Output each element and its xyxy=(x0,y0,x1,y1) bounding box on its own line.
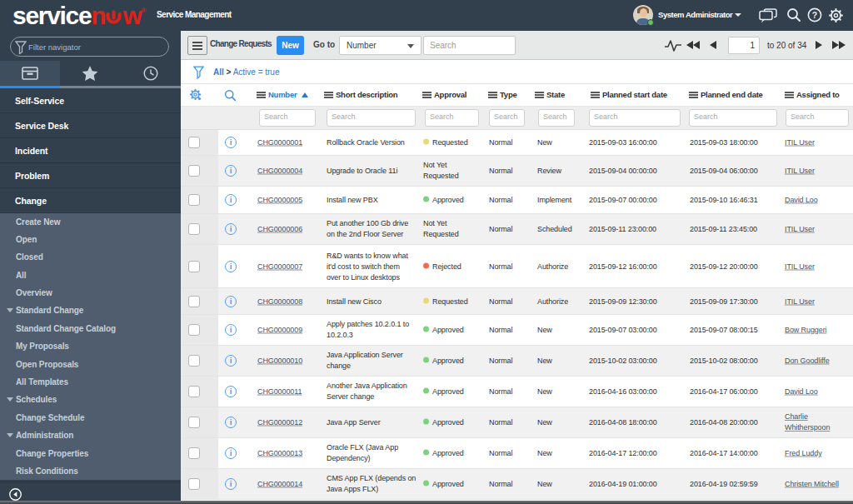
svg-text:?: ? xyxy=(812,10,817,20)
